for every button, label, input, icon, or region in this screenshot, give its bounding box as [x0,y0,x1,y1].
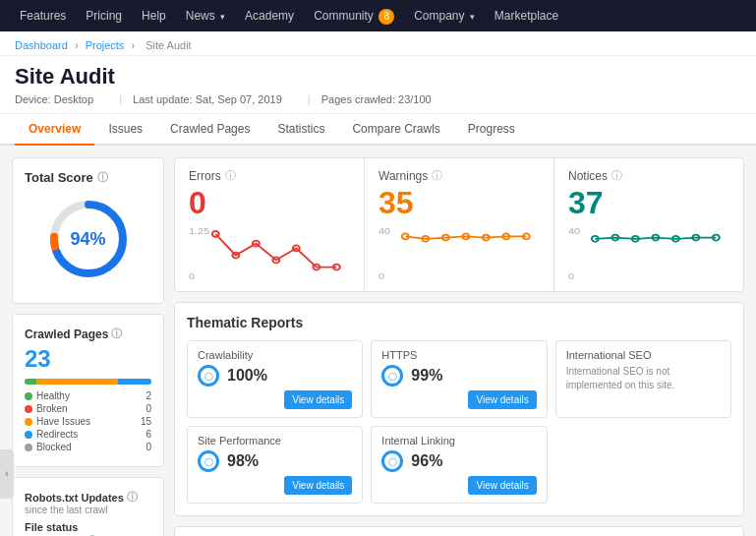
metric-notices: Notices ⓘ 37 40 0 [554,158,743,291]
notices-value: 37 [568,187,729,218]
svg-text:40: 40 [568,226,580,236]
svg-text:40: 40 [378,226,390,236]
breadcrumb: Dashboard › Projects › Site Audit [0,31,756,56]
internal-link-details-btn[interactable]: View details [468,476,536,495]
crawlability-circle: ◯ [198,365,219,387]
notices-sparkline: 40 0 [568,222,729,281]
warnings-value: 35 [378,187,540,218]
crawled-count: 23 [25,345,151,373]
warnings-label: Warnings ⓘ [378,168,540,183]
bar-issues [36,379,119,385]
legend-broken: Broken 0 [25,403,151,414]
page-meta: Device: Desktop | Last update: Sat, Sep … [15,93,741,105]
crawlability-details-btn[interactable]: View details [284,390,352,409]
legend-redirects: Redirects 6 [25,429,151,440]
https-score: 99% [411,367,442,385]
bar-redirects [118,379,151,385]
legend-healthy: Healthy 2 [25,390,151,401]
https-details-btn[interactable]: View details [468,390,536,409]
tab-progress[interactable]: Progress [454,114,529,146]
right-panel: Errors ⓘ 0 1.25 0 [174,157,744,536]
notices-label: Notices ⓘ [568,168,729,183]
breadcrumb-current: Site Audit [145,39,191,51]
warnings-info-icon[interactable]: ⓘ [432,168,442,183]
metrics-row: Errors ⓘ 0 1.25 0 [174,157,744,292]
thematic-internal-linking: Internal Linking ◯ 96% View details [371,426,547,504]
nav-community[interactable]: Community 8 [304,0,404,31]
nav-news[interactable]: News ▾ [176,0,235,32]
metric-warnings: Warnings ⓘ 35 40 0 [365,158,554,291]
thematic-site-performance: Site Performance ◯ 98% View details [187,426,363,504]
errors-label: Errors ⓘ [189,168,350,183]
page-header: Site Audit Device: Desktop | Last update… [0,56,756,114]
score-card: Total Score ⓘ 94% [12,157,164,304]
robots-subtitle: since the last crawl [25,505,151,515]
crawlability-score: 100% [227,367,267,385]
site-perf-score: 98% [227,452,259,470]
errors-value: 0 [189,187,350,218]
breadcrumb-dashboard[interactable]: Dashboard [15,39,68,51]
tabs: Overview Issues Crawled Pages Statistics… [0,114,756,146]
main-content: ‹ Total Score ⓘ 94% [0,146,756,536]
page-title: Site Audit [15,64,741,89]
device-label: Device: Desktop [15,93,93,105]
https-circle: ◯ [381,365,403,387]
site-perf-circle: ◯ [198,450,219,472]
site-perf-details-btn[interactable]: View details [284,476,352,495]
thematic-title: Thematic Reports [187,315,731,330]
svg-point-14 [402,233,409,239]
breadcrumb-projects[interactable]: Projects [86,39,125,51]
thematic-intl-seo: International SEO International SEO is n… [555,340,731,418]
sidebar-toggle[interactable]: ‹ [0,449,14,499]
intl-seo-note: International SEO is not implemented on … [566,365,721,392]
left-panel: Total Score ⓘ 94% Crawled Pages ⓘ [12,157,164,536]
svg-text:0: 0 [378,270,384,280]
robots-info-icon[interactable]: ⓘ [127,490,138,505]
pages-crawled: Pages crawled: 23/100 [321,93,432,105]
tab-statistics[interactable]: Statistics [263,114,338,146]
errors-info-icon[interactable]: ⓘ [225,168,236,183]
legend-have-issues: Have Issues 15 [25,416,151,427]
robots-card: Robots.txt Updates ⓘ since the last craw… [12,477,164,536]
thematic-grid: Crawlability ◯ 100% View details HTTPS ◯… [187,340,731,504]
last-update: Last update: Sat, Sep 07, 2019 [133,93,282,105]
thematic-crawlability: Crawlability ◯ 100% View details [187,340,363,418]
tab-issues[interactable]: Issues [94,114,156,146]
crawled-pages-card: Crawled Pages ⓘ 23 Healthy 2 Broken 0 [12,314,164,467]
internal-link-score: 96% [411,452,442,470]
svg-text:1.25: 1.25 [189,226,210,236]
errors-sparkline: 1.25 0 [189,222,350,281]
svg-text:0: 0 [568,270,574,280]
crawled-bar [25,379,151,385]
internal-link-circle: ◯ [381,450,403,472]
nav-company[interactable]: Company ▾ [404,0,485,32]
metric-errors: Errors ⓘ 0 1.25 0 [175,158,365,291]
news-dropdown-arrow: ▾ [220,12,225,22]
robots-title: Robots.txt Updates ⓘ [25,490,151,505]
score-info-icon[interactable]: ⓘ [97,170,108,185]
thematic-https: HTTPS ◯ 99% View details [371,340,547,418]
tab-overview[interactable]: Overview [15,114,94,146]
top-nav: Features Pricing Help News ▾ Academy Com… [0,0,756,31]
nav-academy[interactable]: Academy [235,0,304,31]
nav-marketplace[interactable]: Marketplace [485,0,568,31]
nav-pricing[interactable]: Pricing [76,0,132,31]
warnings-sparkline: 40 0 [378,222,540,281]
score-card-title: Total Score ⓘ [25,170,151,185]
nav-features[interactable]: Features [10,0,76,31]
crawled-pages-title: Crawled Pages ⓘ [25,327,151,341]
crawled-legend: Healthy 2 Broken 0 Have Issues 15 Redire… [25,390,151,452]
tab-crawled-pages[interactable]: Crawled Pages [156,114,263,146]
thematic-section: Thematic Reports Crawlability ◯ 100% Vie… [174,302,744,516]
nav-help[interactable]: Help [132,0,176,31]
bar-healthy [25,379,36,385]
svg-text:0: 0 [189,270,195,280]
tab-compare-crawls[interactable]: Compare Crawls [338,114,453,146]
crawled-info-icon[interactable]: ⓘ [111,327,122,341]
legend-blocked: Blocked 0 [25,442,151,452]
donut-chart: 94% [44,195,133,283]
issues-section: Top Issues: ⓘ 9 issues with unminified J… [174,526,744,536]
robots-status-label: File status [25,521,151,533]
community-badge: 8 [378,9,394,25]
notices-info-icon[interactable]: ⓘ [611,168,622,183]
